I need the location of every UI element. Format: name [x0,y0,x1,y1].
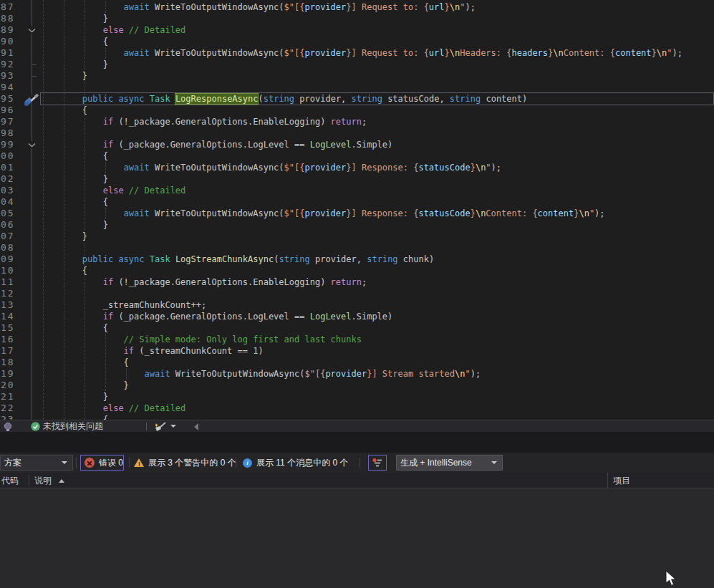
scope-dropdown[interactable]: 方案 [0,455,73,471]
warnings-filter-button[interactable]: ! 展示 3 个警告中的 0 个 [134,455,236,471]
code-line[interactable]: else // Detailed [41,24,185,36]
build-intellisense-dropdown[interactable]: 生成 + IntelliSense [396,455,503,471]
line-number[interactable]: 98 [1,127,15,139]
code-line[interactable]: } [41,391,108,403]
column-header-code[interactable]: 代码 [1,473,19,488]
code-line[interactable]: { [41,357,129,368]
line-number[interactable]: 04 [1,196,15,208]
code-line[interactable]: } [41,231,87,242]
line-number[interactable]: 08 [1,242,15,254]
line-number[interactable]: 17 [1,345,15,357]
error-list-body[interactable] [0,488,714,588]
line-number[interactable]: 23 [1,414,15,420]
code-line[interactable]: await WriteToOutputWindowAsync($"[{provi… [41,1,476,13]
line-number[interactable]: 20 [1,380,15,391]
code-line[interactable]: { [41,105,87,116]
line-number[interactable]: 95 [1,93,15,105]
code-line[interactable]: _streamChunkCount++; [41,299,206,311]
line-number[interactable]: 12 [1,288,15,299]
separator [360,458,360,468]
line-number[interactable]: 92 [1,59,15,70]
line-number[interactable]: 87 [1,1,15,13]
column-header-description[interactable]: 说明 [34,473,52,488]
code-line[interactable]: if (_package.GeneralOptions.LogLevel == … [41,311,392,322]
line-number[interactable]: 21 [1,391,15,403]
fold-chevron-icon[interactable] [27,26,37,34]
line-number[interactable]: 09 [1,254,15,265]
code-line[interactable]: } [41,173,108,185]
line-number[interactable]: 14 [1,311,15,322]
code-line[interactable]: if (!_package.GeneralOptions.EnableLoggi… [41,276,367,288]
line-number[interactable]: 19 [1,368,15,380]
line-number[interactable]: 97 [1,116,15,127]
code-line[interactable]: { [41,322,108,334]
fold-chevron-icon[interactable] [27,141,37,148]
code-line[interactable]: else // Detailed [41,403,185,414]
code-line[interactable]: { [41,414,108,420]
line-number[interactable]: 22 [1,403,15,414]
code-line[interactable]: { [41,36,108,47]
line-number[interactable]: 91 [1,47,15,59]
line-number[interactable]: 90 [1,36,15,47]
outline-guide-line [32,0,32,420]
code-line[interactable]: } [41,380,129,391]
code-line[interactable]: await WriteToOutputWindowAsync($"[{provi… [41,208,605,219]
line-number[interactable]: 06 [1,219,15,231]
code-line[interactable]: { [41,265,87,276]
line-number-gutter[interactable]: 8788899091929394959697989900010203040506… [0,0,21,420]
filter-button[interactable] [368,455,387,471]
document-health-icon[interactable] [3,422,13,432]
separator [76,458,77,468]
code-line[interactable]: else // Detailed [41,185,185,196]
line-number[interactable]: 15 [1,322,15,334]
messages-filter-button[interactable]: i 展示 11 个消息中的 0 个 [243,455,348,471]
line-number[interactable]: 10 [1,265,15,276]
code-cleanup-broom-icon[interactable] [153,421,168,432]
health-status-text: 未找到相关问题 [43,421,103,432]
code-line[interactable]: await WriteToOutputWindowAsync($"[{provi… [41,368,481,380]
highlighted-symbol[interactable]: LogResponseAsync [175,94,259,104]
filter-icon [372,457,383,468]
line-number[interactable]: 01 [1,162,15,173]
line-number[interactable]: 11 [1,276,15,288]
error-list-toolbar: 方案 错误 0 ! 展示 3 个警告中的 0 个 i 展示 11 个消息中的 0… [0,453,714,473]
info-icon: i [243,458,252,468]
code-line[interactable]: public async Task LogStreamChunkAsync(st… [41,254,434,265]
line-number[interactable]: 03 [1,185,15,196]
code-cleanup-dropdown-caret[interactable] [170,425,176,428]
separator[interactable] [607,473,608,488]
code-line[interactable]: if (_package.GeneralOptions.LogLevel == … [41,139,392,150]
line-number[interactable]: 18 [1,357,15,368]
line-number[interactable]: 88 [1,13,15,24]
line-number[interactable]: 05 [1,208,15,219]
quick-actions-screwdriver-icon[interactable] [21,93,40,107]
code-line[interactable]: } [41,219,108,231]
code-line[interactable]: await WriteToOutputWindowAsync($"[{provi… [41,162,501,173]
line-number[interactable]: 99 [1,139,15,150]
code-editor[interactable]: 8788899091929394959697989900010203040506… [0,0,714,420]
code-line[interactable]: await WriteToOutputWindowAsync($"[{provi… [41,47,682,59]
line-number[interactable]: 02 [1,173,15,185]
line-number[interactable]: 89 [1,24,15,36]
column-header-project[interactable]: 项目 [613,473,630,488]
line-number[interactable]: 13 [1,299,15,311]
line-number[interactable]: 96 [1,105,15,116]
code-line[interactable]: // Simple mode: Only log first and last … [41,334,362,345]
hscroll-left-arrow-icon[interactable] [194,423,198,430]
code-line[interactable]: } [41,59,108,70]
separator[interactable] [29,475,29,486]
code-line[interactable]: } [41,70,87,82]
code-line[interactable]: { [41,196,108,208]
errors-filter-button[interactable]: 错误 0 [80,455,124,471]
code-line[interactable]: public async Task LogResponseAsync(strin… [41,93,527,105]
code-line[interactable]: if (!_package.GeneralOptions.EnableLoggi… [41,116,367,127]
code-line[interactable]: } [41,13,108,24]
code-line[interactable]: if (_streamChunkCount == 1) [41,345,264,357]
vs-ide-screen: 8788899091929394959697989900010203040506… [0,0,714,588]
line-number[interactable]: 16 [1,334,15,345]
line-number[interactable]: 07 [1,231,15,242]
line-number[interactable]: 94 [1,82,15,93]
code-line[interactable]: { [41,150,108,162]
line-number[interactable]: 00 [1,150,15,162]
line-number[interactable]: 93 [1,70,15,82]
